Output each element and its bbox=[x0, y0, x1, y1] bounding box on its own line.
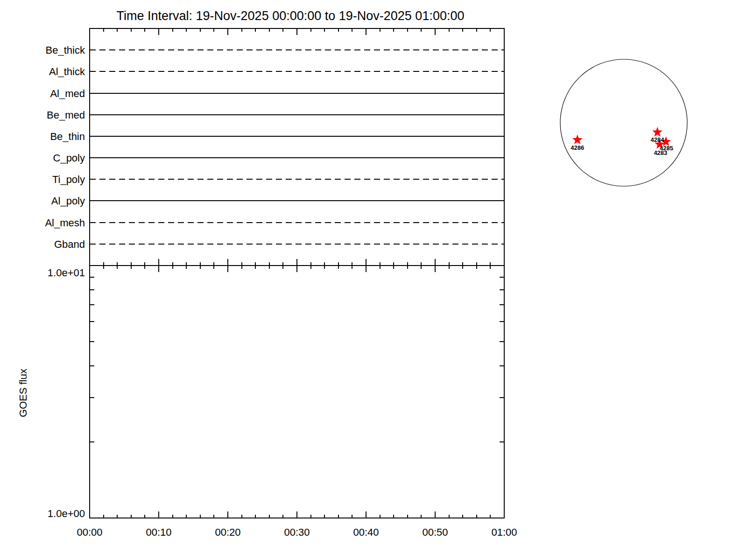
filter-label-Al_mesh: Al_mesh bbox=[45, 217, 85, 229]
goes-flux-axis-label: GOES flux bbox=[17, 369, 29, 417]
x-tick-label-00-30: 00:30 bbox=[284, 526, 310, 538]
active-region-star-4284 bbox=[652, 127, 662, 137]
x-tick-label-00-40: 00:40 bbox=[353, 526, 379, 538]
active-region-label-4284: 4284 bbox=[651, 136, 665, 143]
filter-label-Al_thick: Al_thick bbox=[49, 66, 85, 77]
x-tick-label-01-00: 01:00 bbox=[491, 526, 517, 538]
goes-panel-border bbox=[90, 266, 504, 518]
active-region-star-4286 bbox=[572, 134, 583, 144]
goes-flux-panel: 1.0e+011.0e+0000:0000:1000:2000:3000:400… bbox=[48, 266, 517, 538]
filter-label-Be_thick: Be_thick bbox=[46, 44, 85, 56]
y-tick-label-min: 1.0e+00 bbox=[48, 508, 85, 519]
filter-label-C_poly: C_poly bbox=[53, 152, 85, 164]
filter-label-Be_thin: Be_thin bbox=[50, 131, 85, 142]
plot-title: Time Interval: 19-Nov-2025 00:00:00 to 1… bbox=[117, 9, 465, 23]
filter-label-Al_poly: Al_poly bbox=[51, 195, 85, 207]
filter-label-Al_med: Al_med bbox=[50, 88, 85, 99]
active-region-label-4285: 4285 bbox=[660, 145, 673, 152]
active-region-label-4286: 4286 bbox=[571, 144, 584, 151]
filter-label-Be_med: Be_med bbox=[47, 109, 85, 121]
x-tick-label-00-50: 00:50 bbox=[422, 526, 448, 538]
filter-timeline-panel: Be_thickAl_thickAl_medBe_medBe_thinC_pol… bbox=[45, 28, 504, 272]
filter-panel-border bbox=[90, 28, 504, 266]
x-tick-label-00-10: 00:10 bbox=[146, 526, 171, 538]
x-tick-label-00-20: 00:20 bbox=[215, 526, 240, 538]
plot-canvas: Time Interval: 19-Nov-2025 00:00:00 to 1… bbox=[0, 0, 747, 560]
solar-limb-circle bbox=[560, 59, 687, 186]
plot-svg: Time Interval: 19-Nov-2025 00:00:00 to 1… bbox=[0, 0, 747, 560]
x-tick-label-00-00: 00:00 bbox=[77, 526, 102, 538]
solar-disk: 4284428342854286 bbox=[560, 59, 687, 186]
filter-label-Ti_poly: Ti_poly bbox=[52, 174, 85, 185]
filter-label-Gband: Gband bbox=[54, 238, 85, 250]
y-tick-label-max: 1.0e+01 bbox=[48, 267, 85, 279]
